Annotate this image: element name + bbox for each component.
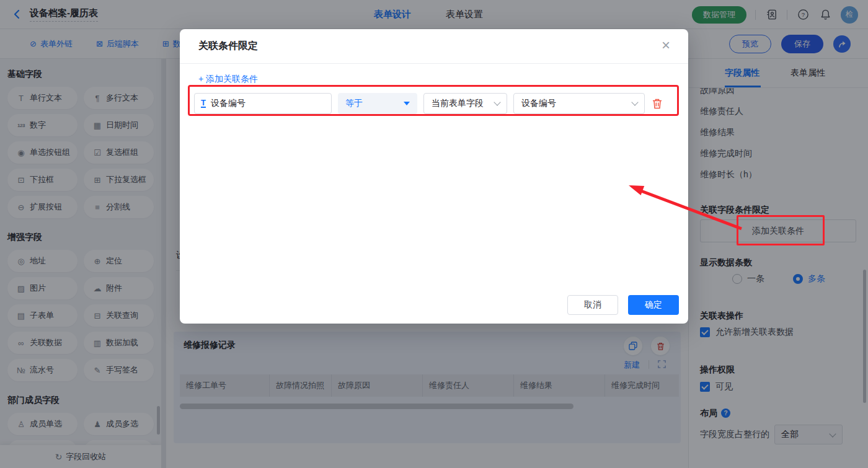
condition-row: T 设备编号 等于 当前表单字段 设备编号 [194, 93, 670, 114]
condition-limit-modal: 关联条件限定 × + 添加关联条件 T 设备编号 等于 当前表单字段 设备编号 [180, 29, 688, 324]
modal-footer: 取消 确定 [567, 295, 679, 315]
delete-condition-button[interactable] [651, 97, 663, 110]
operator-select[interactable]: 等于 [338, 93, 417, 114]
text-field-icon: T [201, 99, 206, 108]
trash-icon [651, 97, 663, 110]
chevron-down-icon [631, 99, 638, 105]
modal-title: 关联条件限定 [198, 40, 258, 53]
condition-field-input[interactable]: T 设备编号 [194, 93, 332, 114]
modal-header: 关联条件限定 × [180, 29, 688, 64]
caret-down-icon [404, 102, 410, 105]
confirm-button[interactable]: 确定 [628, 295, 679, 315]
app-root: 设备档案-履历表 表单设计 表单设置 数据管理 ? 检 [0, 0, 868, 468]
add-condition-link[interactable]: + 添加关联条件 [198, 74, 258, 85]
value-field-select[interactable]: 设备编号 [513, 93, 645, 114]
chevron-down-icon [494, 99, 500, 105]
close-icon[interactable]: × [657, 37, 675, 54]
cancel-button[interactable]: 取消 [567, 295, 618, 315]
value-source-select[interactable]: 当前表单字段 [423, 93, 507, 114]
